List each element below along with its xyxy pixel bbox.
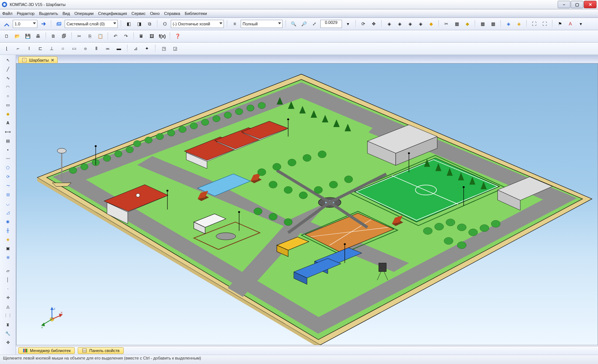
d9-icon[interactable]: Ⅱ [92, 44, 101, 53]
struct-icon[interactable]: ⌬ [160, 19, 169, 28]
scale-combo[interactable]: 1.0 [13, 20, 37, 28]
m4-icon[interactable]: ◲ [170, 44, 179, 53]
lt-fillet-icon[interactable]: ◡ [4, 200, 12, 207]
tab-sharbakty[interactable]: Шарбакты ✕ [18, 56, 58, 63]
box-icon[interactable]: ▦ [452, 19, 461, 28]
image-icon[interactable]: 🖼 [147, 32, 156, 41]
d6-icon[interactable]: ○ [58, 44, 67, 53]
m1-icon[interactable]: ⊿ [131, 44, 140, 53]
m2-icon[interactable]: ✦ [142, 44, 151, 53]
menu-select[interactable]: Выделить [39, 11, 58, 16]
d8-icon[interactable]: ⌾ [81, 44, 90, 53]
zoom-more-icon[interactable]: ▾ [343, 19, 352, 28]
lt-rib-icon[interactable]: ╫ [4, 227, 12, 234]
drop-icon[interactable]: ▾ [576, 19, 585, 28]
new-icon[interactable]: 🗋 [2, 32, 11, 41]
d1-icon[interactable]: ⌊ [2, 44, 11, 53]
lt-rect-icon[interactable]: ▭ [4, 101, 12, 109]
flag-icon[interactable]: ⚑ [555, 19, 564, 28]
lt-last-icon[interactable]: ✜ [4, 339, 12, 346]
c4-icon[interactable]: ◈ [416, 19, 425, 28]
menu-service[interactable]: Сервис [132, 11, 146, 16]
tool-direction-icon[interactable] [39, 19, 48, 28]
lt-surf-icon[interactable]: ◬ [4, 303, 12, 310]
menu-spec[interactable]: Спецификация [98, 11, 127, 16]
menu-libs[interactable]: Библиотеки [185, 11, 207, 16]
c1-icon[interactable]: ◈ [385, 19, 394, 28]
zoom-fit-icon[interactable]: ⤢ [310, 19, 319, 28]
viewport-3d[interactable]: Z Y X [16, 63, 598, 345]
lt-thick-icon[interactable]: ▣ [4, 245, 12, 252]
c5-icon[interactable]: ◆ [426, 19, 435, 28]
calc-icon[interactable]: 🖩 [137, 32, 146, 41]
lt-cut-icon[interactable]: ⊟ [4, 191, 12, 198]
lt-mirror-icon[interactable]: ⧗ [4, 321, 12, 328]
cube-yel-icon[interactable]: ◈ [514, 19, 523, 28]
t2-icon[interactable]: ⛶ [540, 19, 549, 28]
preview-icon[interactable]: 🗎 [49, 32, 58, 41]
zoom-out-icon[interactable]: 🔎 [299, 19, 308, 28]
menu-editor[interactable]: Редактор [17, 11, 34, 16]
lt-arc-icon[interactable]: ◠ [4, 83, 12, 91]
d4-icon[interactable]: ⊏ [36, 44, 45, 53]
lt-dim-icon[interactable]: ⟷ [4, 128, 12, 136]
menu-operations[interactable]: Операции [74, 11, 93, 16]
viewmode-combo[interactable]: Полный [241, 20, 283, 28]
lt-line-icon[interactable]: ╱ [4, 65, 12, 73]
d7-icon[interactable]: ▭ [70, 44, 78, 53]
lt-pt-icon[interactable]: ∙ [4, 285, 12, 292]
layer-combo[interactable]: Системный слой (0) [65, 20, 118, 28]
maximize-button[interactable]: ▢ [571, 1, 583, 8]
lt-wrench-icon[interactable]: 🔧 [4, 330, 12, 337]
lt-text-icon[interactable]: A [4, 119, 12, 127]
open-icon[interactable]: 📂 [13, 32, 22, 41]
menu-help[interactable]: Справка [164, 11, 180, 16]
lt-circle-icon[interactable]: ○ [4, 92, 12, 100]
tab-close-icon[interactable]: ✕ [51, 58, 54, 63]
lt-point-icon[interactable]: • [4, 146, 12, 153]
minimize-button[interactable]: – [558, 1, 570, 8]
lt-chamfer-icon[interactable]: ◿ [4, 209, 12, 216]
d11-icon[interactable]: ▬ [114, 44, 123, 53]
lt-plane-icon[interactable]: ▱ [4, 267, 12, 274]
cut-icon[interactable]: ✂ [75, 32, 84, 41]
lt-shell-icon[interactable]: ◈ [4, 236, 12, 243]
d5-icon[interactable]: ⊥ [47, 44, 56, 53]
hunting-combo[interactable]: (-) Охотничье хозяй [171, 20, 224, 28]
paste-icon[interactable]: 📋 [96, 32, 105, 41]
lt-rev-icon[interactable]: ⟳ [4, 173, 12, 180]
mode-icon[interactable]: ≡ [230, 19, 239, 28]
help-icon[interactable]: ❓ [173, 32, 182, 41]
lt-ext-icon[interactable]: ⬠ [4, 164, 12, 171]
menu-file[interactable]: Файл [2, 11, 12, 16]
fx-icon[interactable]: f(x) [158, 32, 167, 41]
close-button[interactable]: ✕ [584, 1, 597, 8]
save-icon[interactable]: 💾 [23, 32, 32, 41]
s2-icon[interactable]: ▦ [488, 19, 497, 28]
zoom-value[interactable]: 0.0029 [320, 20, 342, 28]
cube-blue-icon[interactable]: ◈ [504, 19, 513, 28]
undo-icon[interactable]: ↶ [111, 32, 120, 41]
panel-lib-manager[interactable]: Менеджер библиотек [18, 347, 75, 354]
c2-icon[interactable]: ◈ [395, 19, 404, 28]
view-1-icon[interactable]: ◧ [124, 19, 133, 28]
c3-icon[interactable]: ◈ [406, 19, 414, 28]
panel-properties[interactable]: Панель свойств [78, 347, 124, 354]
lt-curve-icon[interactable]: ∿ [4, 74, 12, 82]
t1-icon[interactable]: ⛶ [530, 19, 539, 28]
rotate-icon[interactable]: ⟳ [359, 19, 368, 28]
layer-icon[interactable] [54, 19, 63, 28]
view-2-icon[interactable]: ◨ [135, 19, 144, 28]
lt-csys-icon[interactable]: ✛ [4, 294, 12, 301]
lt-sweep-icon[interactable]: ⤳ [4, 182, 12, 189]
tool-scale-icon[interactable] [2, 19, 11, 28]
print-icon[interactable]: 🖶 [34, 32, 43, 41]
plane-icon[interactable]: ◆ [463, 19, 472, 28]
axis-widget[interactable]: Z Y X [39, 306, 65, 332]
lt-hole-icon[interactable]: ◉ [4, 218, 12, 225]
lt-spline-icon[interactable]: 〰 [4, 155, 12, 162]
m3-icon[interactable]: ◳ [159, 44, 168, 53]
lt-axis-icon[interactable]: │ [4, 276, 12, 283]
lt-pointer-icon[interactable]: ↖ [4, 56, 12, 64]
d2-icon[interactable]: ⌐ [13, 44, 22, 53]
